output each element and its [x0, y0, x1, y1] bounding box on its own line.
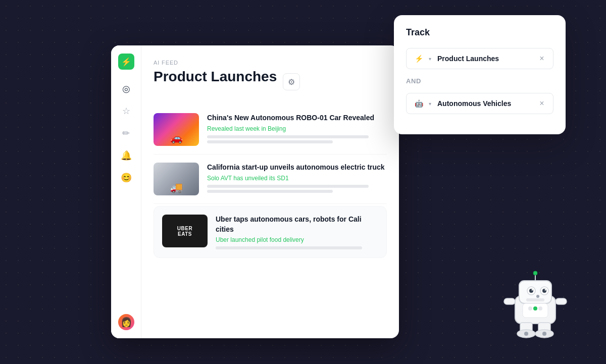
- sidebar: ⚡ ◎ ☆ ✏ 🔔 😊 👩: [111, 45, 141, 338]
- track-chip-product-launches[interactable]: ⚡ ▾ Product Launches ×: [406, 48, 553, 69]
- track-chip-autonomous-vehicles[interactable]: 🤖 ▾ Autonomous Vehicles ×: [406, 93, 553, 114]
- news-subtitle-1: Revealed last week in Beijing: [207, 125, 387, 132]
- chip-label-2: Autonomous Vehicles: [437, 99, 533, 108]
- news-line: [207, 135, 369, 138]
- svg-rect-11: [526, 298, 544, 301]
- news-title-2[interactable]: California start-up unveils autonomous e…: [207, 163, 387, 173]
- chip-icon-lightning: ⚡: [413, 53, 425, 65]
- news-subtitle-2: Solo AVT has unveiled its SD1: [207, 175, 387, 182]
- svg-rect-12: [504, 298, 515, 304]
- svg-point-17: [538, 306, 542, 310]
- news-title-3[interactable]: Uber taps autonomous cars, robots for Ca…: [216, 215, 378, 234]
- robot-illustration: [495, 263, 576, 344]
- robot-svg: [495, 263, 576, 344]
- chip-icon-robot: 🤖: [413, 97, 425, 110]
- svg-point-4: [532, 289, 533, 291]
- sidebar-item-settings[interactable]: 😊: [117, 169, 135, 187]
- and-label: AND: [406, 77, 553, 85]
- main-content: AI FEED Product Launches ⚙ China's New A…: [141, 45, 399, 338]
- feed-label: AI FEED: [154, 60, 387, 66]
- news-subtitle-3: Uber launched pilot food delivery: [216, 236, 378, 243]
- news-thumbnail-3: UBEREATS: [162, 215, 208, 247]
- sidebar-logo[interactable]: ⚡: [118, 54, 134, 70]
- news-thumbnail-1: [154, 113, 199, 146]
- settings-button[interactable]: ⚙: [283, 73, 300, 90]
- svg-point-22: [524, 332, 528, 336]
- news-list: China's New Autonomous ROBO-01 Car Revea…: [154, 105, 387, 258]
- news-lines-1: [207, 135, 387, 143]
- track-panel: Track ⚡ ▾ Product Launches × AND 🤖 ▾ Aut…: [394, 15, 566, 134]
- chip-dropdown-1[interactable]: ▾: [429, 56, 431, 62]
- svg-point-15: [528, 306, 532, 310]
- sidebar-item-edit[interactable]: ✏: [117, 124, 135, 142]
- sidebar-item-bookmarks[interactable]: ☆: [117, 102, 135, 120]
- page-title: Product Launches: [154, 69, 277, 85]
- news-thumbnail-2: [154, 163, 199, 195]
- news-line: [207, 140, 333, 143]
- svg-point-23: [542, 332, 546, 336]
- sidebar-bottom: 👩: [118, 314, 134, 330]
- avatar[interactable]: 👩: [118, 314, 134, 330]
- news-body-1: China's New Autonomous ROBO-01 Car Revea…: [207, 113, 387, 143]
- news-lines-3: [216, 246, 378, 249]
- news-body-3: Uber taps autonomous cars, robots for Ca…: [216, 215, 378, 249]
- news-line: [216, 246, 362, 249]
- chip-close-1[interactable]: ×: [537, 54, 547, 64]
- track-panel-title: Track: [406, 27, 553, 38]
- news-item: China's New Autonomous ROBO-01 Car Revea…: [154, 105, 387, 154]
- svg-point-7: [545, 289, 546, 291]
- sidebar-item-home[interactable]: ◎: [117, 80, 135, 98]
- svg-rect-13: [556, 298, 567, 304]
- news-lines-2: [207, 185, 387, 193]
- chip-label-1: Product Launches: [437, 55, 533, 63]
- svg-point-10: [536, 295, 539, 298]
- app-window: ⚡ ◎ ☆ ✏ 🔔 😊 👩 AI FEED Product Launches ⚙…: [111, 45, 399, 338]
- chip-caret-1: ▾: [429, 56, 431, 62]
- chip-close-2[interactable]: ×: [537, 98, 547, 109]
- chip-caret-2: ▾: [429, 101, 431, 107]
- news-item-highlighted: UBEREATS Uber taps autonomous cars, robo…: [154, 206, 387, 258]
- logo-icon: ⚡: [121, 57, 131, 67]
- sidebar-item-notifications[interactable]: 🔔: [117, 146, 135, 165]
- news-item: California start-up unveils autonomous e…: [154, 154, 387, 204]
- svg-point-9: [533, 271, 537, 275]
- news-line: [207, 185, 369, 188]
- chip-dropdown-2[interactable]: ▾: [429, 101, 431, 107]
- svg-point-16: [533, 306, 537, 310]
- news-body-2: California start-up unveils autonomous e…: [207, 163, 387, 193]
- uber-logo: UBEREATS: [177, 226, 192, 237]
- news-line: [207, 190, 333, 193]
- news-title-1[interactable]: China's New Autonomous ROBO-01 Car Revea…: [207, 113, 387, 123]
